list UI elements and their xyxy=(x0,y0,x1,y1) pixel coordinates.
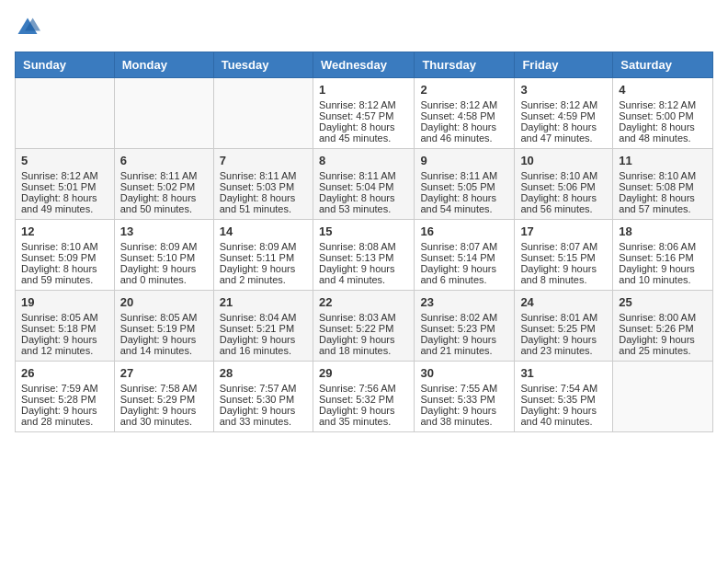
day-info-line: Daylight: 8 hours xyxy=(420,192,508,203)
day-info-line: Daylight: 9 hours xyxy=(21,405,108,416)
day-info-line: Sunrise: 8:07 AM xyxy=(520,241,607,252)
day-info-line: Sunrise: 7:59 AM xyxy=(21,383,108,394)
day-number: 19 xyxy=(21,295,108,309)
day-header-monday: Monday xyxy=(114,52,213,78)
day-info-line: Sunset: 5:14 PM xyxy=(420,252,508,263)
day-number: 2 xyxy=(420,83,508,97)
day-info-line: Sunset: 5:05 PM xyxy=(420,181,508,192)
day-info-line: and 56 minutes. xyxy=(520,203,607,214)
calendar-cell xyxy=(114,78,213,149)
day-info-line: Sunset: 5:21 PM xyxy=(220,323,307,334)
day-info-line: Daylight: 9 hours xyxy=(420,263,508,274)
day-info-line: Daylight: 8 hours xyxy=(619,121,707,132)
day-info-line: Sunset: 5:13 PM xyxy=(319,252,408,263)
day-info-line: and 49 minutes. xyxy=(21,203,108,214)
calendar-cell: 28Sunrise: 7:57 AMSunset: 5:30 PMDayligh… xyxy=(213,362,313,432)
calendar-cell: 16Sunrise: 8:07 AMSunset: 5:14 PMDayligh… xyxy=(415,220,515,291)
day-info-line: Sunrise: 8:01 AM xyxy=(520,312,607,323)
day-info-line: Daylight: 8 hours xyxy=(220,192,307,203)
day-info-line: Daylight: 9 hours xyxy=(120,263,208,274)
calendar-cell: 7Sunrise: 8:11 AMSunset: 5:03 PMDaylight… xyxy=(213,149,313,220)
day-info-line: Sunset: 5:18 PM xyxy=(21,323,108,334)
logo xyxy=(15,15,44,40)
day-info-line: Sunrise: 8:11 AM xyxy=(319,170,408,181)
day-number: 17 xyxy=(520,224,607,238)
calendar-cell: 26Sunrise: 7:59 AMSunset: 5:28 PMDayligh… xyxy=(16,362,115,432)
day-header-saturday: Saturday xyxy=(613,52,713,78)
calendar-cell: 15Sunrise: 8:08 AMSunset: 5:13 PMDayligh… xyxy=(313,220,414,291)
day-number: 25 xyxy=(619,295,707,309)
day-info-line: Daylight: 9 hours xyxy=(21,334,108,345)
day-info-line: Sunrise: 8:07 AM xyxy=(420,241,508,252)
day-info-line: Sunrise: 8:12 AM xyxy=(21,170,108,181)
day-number: 26 xyxy=(21,366,108,380)
day-info-line: Daylight: 9 hours xyxy=(619,334,707,345)
calendar-cell: 14Sunrise: 8:09 AMSunset: 5:11 PMDayligh… xyxy=(213,220,313,291)
day-info-line: Daylight: 8 hours xyxy=(120,192,208,203)
day-info-line: Sunset: 4:58 PM xyxy=(420,110,508,121)
day-header-wednesday: Wednesday xyxy=(313,52,414,78)
day-info-line: Sunset: 5:11 PM xyxy=(220,252,307,263)
day-number: 6 xyxy=(120,154,208,167)
day-info-line: Sunset: 5:30 PM xyxy=(220,394,307,405)
calendar-week-row: 12Sunrise: 8:10 AMSunset: 5:09 PMDayligh… xyxy=(16,220,713,291)
day-info-line: Daylight: 9 hours xyxy=(220,405,307,416)
calendar-cell: 18Sunrise: 8:06 AMSunset: 5:16 PMDayligh… xyxy=(613,220,713,291)
day-info-line: Daylight: 9 hours xyxy=(319,405,408,416)
day-number: 11 xyxy=(619,154,707,167)
day-number: 23 xyxy=(420,295,508,309)
day-info-line: Daylight: 8 hours xyxy=(21,263,108,274)
day-info-line: Sunrise: 7:55 AM xyxy=(420,383,508,394)
calendar-cell: 10Sunrise: 8:10 AMSunset: 5:06 PMDayligh… xyxy=(515,149,613,220)
day-info-line: and 35 minutes. xyxy=(319,416,408,427)
day-info-line: Sunset: 5:35 PM xyxy=(520,394,607,405)
day-info-line: and 25 minutes. xyxy=(619,345,707,356)
day-info-line: Sunrise: 8:09 AM xyxy=(120,241,208,252)
day-info-line: Daylight: 9 hours xyxy=(220,263,307,274)
day-info-line: and 50 minutes. xyxy=(120,203,208,214)
day-info-line: Sunset: 5:09 PM xyxy=(21,252,108,263)
day-info-line: Sunrise: 8:04 AM xyxy=(220,312,307,323)
day-info-line: and 10 minutes. xyxy=(619,274,707,285)
day-info-line: Sunset: 5:29 PM xyxy=(120,394,208,405)
day-info-line: Sunrise: 8:08 AM xyxy=(319,241,408,252)
calendar-cell: 21Sunrise: 8:04 AMSunset: 5:21 PMDayligh… xyxy=(213,291,313,362)
day-info-line: and 57 minutes. xyxy=(619,203,707,214)
day-number: 24 xyxy=(520,295,607,309)
day-info-line: Sunset: 5:00 PM xyxy=(619,110,707,121)
day-info-line: Sunrise: 8:10 AM xyxy=(21,241,108,252)
day-info-line: and 54 minutes. xyxy=(420,203,508,214)
calendar-cell: 5Sunrise: 8:12 AMSunset: 5:01 PMDaylight… xyxy=(16,149,115,220)
day-info-line: Daylight: 9 hours xyxy=(420,405,508,416)
day-info-line: Sunrise: 7:54 AM xyxy=(520,383,607,394)
day-info-line: Daylight: 8 hours xyxy=(319,121,408,132)
calendar-cell: 25Sunrise: 8:00 AMSunset: 5:26 PMDayligh… xyxy=(613,291,713,362)
day-info-line: and 47 minutes. xyxy=(520,132,607,144)
day-info-line: Sunrise: 7:57 AM xyxy=(220,383,307,394)
day-info-line: Daylight: 8 hours xyxy=(319,192,408,203)
day-header-sunday: Sunday xyxy=(16,52,115,78)
calendar-cell xyxy=(613,362,713,432)
day-info-line: and 18 minutes. xyxy=(319,345,408,356)
day-info-line: and 48 minutes. xyxy=(619,132,707,144)
day-info-line: Sunset: 5:10 PM xyxy=(120,252,208,263)
calendar-cell: 31Sunrise: 7:54 AMSunset: 5:35 PMDayligh… xyxy=(515,362,613,432)
day-number: 20 xyxy=(120,295,208,309)
day-info-line: and 28 minutes. xyxy=(21,416,108,427)
day-info-line: and 12 minutes. xyxy=(21,345,108,356)
day-info-line: and 6 minutes. xyxy=(420,274,508,285)
day-info-line: Sunset: 4:59 PM xyxy=(520,110,607,121)
day-info-line: Sunset: 5:01 PM xyxy=(21,181,108,192)
day-number: 13 xyxy=(120,224,208,238)
calendar-cell: 9Sunrise: 8:11 AMSunset: 5:05 PMDaylight… xyxy=(415,149,515,220)
calendar-cell: 23Sunrise: 8:02 AMSunset: 5:23 PMDayligh… xyxy=(415,291,515,362)
day-info-line: Sunset: 5:26 PM xyxy=(619,323,707,334)
calendar-cell: 3Sunrise: 8:12 AMSunset: 4:59 PMDaylight… xyxy=(515,78,613,149)
day-number: 12 xyxy=(21,224,108,238)
day-info-line: Sunrise: 8:02 AM xyxy=(420,312,508,323)
day-info-line: and 8 minutes. xyxy=(520,274,607,285)
day-info-line: Sunrise: 8:05 AM xyxy=(21,312,108,323)
calendar-cell: 30Sunrise: 7:55 AMSunset: 5:33 PMDayligh… xyxy=(415,362,515,432)
day-info-line: Sunset: 5:32 PM xyxy=(319,394,408,405)
day-info-line: Daylight: 9 hours xyxy=(520,405,607,416)
